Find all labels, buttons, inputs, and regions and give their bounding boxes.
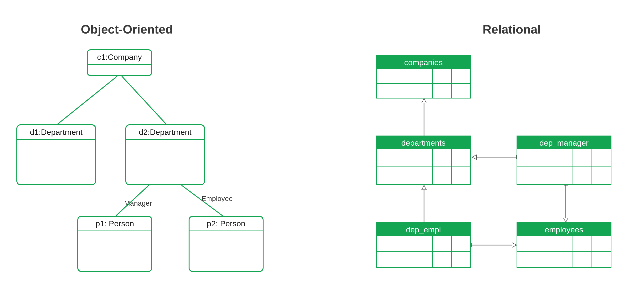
table-header: companies bbox=[377, 56, 470, 69]
relational-table-companies: companies bbox=[376, 55, 471, 99]
relational-table-dep-manager: dep_manager bbox=[516, 136, 612, 185]
relational-table-departments: departments bbox=[376, 136, 471, 185]
table-header: dep_manager bbox=[517, 136, 611, 149]
relational-table-employees: employees bbox=[516, 222, 612, 268]
oo-node-company: c1:Company bbox=[87, 49, 152, 76]
svg-line-2 bbox=[122, 76, 166, 124]
svg-line-1 bbox=[58, 76, 117, 124]
relational-title: Relational bbox=[482, 22, 541, 36]
oo-node-label: d1:Department bbox=[17, 125, 95, 140]
oo-node-label: d2:Department bbox=[126, 125, 204, 140]
oo-node-person-1: p1: Person bbox=[77, 216, 152, 272]
oo-title: Object-Oriented bbox=[81, 22, 173, 36]
oo-node-label: c1:Company bbox=[88, 50, 151, 65]
table-header: departments bbox=[377, 136, 470, 149]
oo-node-department-1: d1:Department bbox=[16, 124, 96, 185]
table-header: dep_empl bbox=[377, 223, 470, 236]
relational-table-dep-empl: dep_empl bbox=[376, 222, 471, 268]
oo-node-department-2: d2:Department bbox=[125, 124, 205, 185]
edge-label-employee: Employee bbox=[202, 195, 233, 203]
oo-node-label: p2: Person bbox=[190, 217, 262, 231]
table-header: employees bbox=[517, 223, 611, 236]
oo-node-label: p1: Person bbox=[78, 217, 151, 231]
oo-node-person-2: p2: Person bbox=[188, 216, 264, 272]
edge-label-manager: Manager bbox=[124, 199, 152, 207]
